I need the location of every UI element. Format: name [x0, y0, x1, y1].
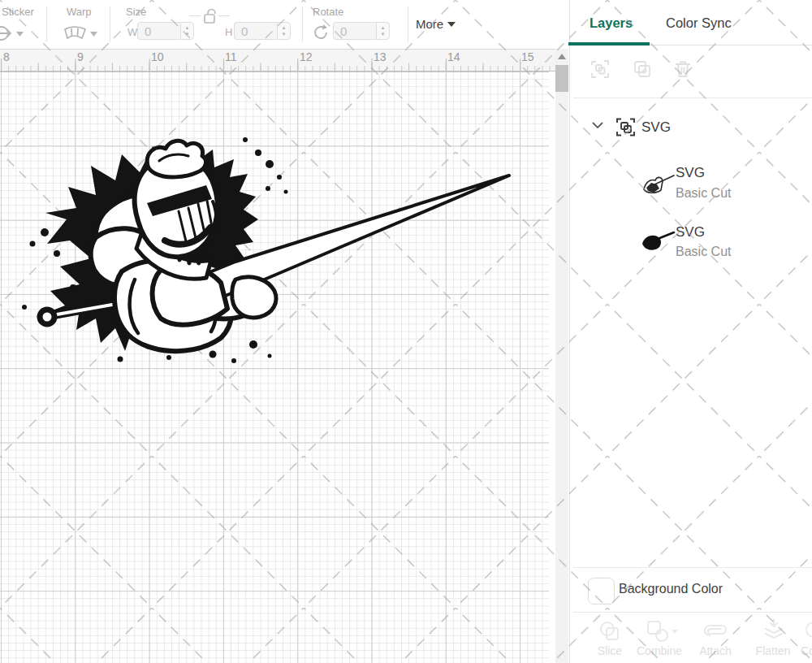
group-name-label[interactable]: SVG: [641, 119, 671, 136]
attach-button[interactable]: Attach: [683, 644, 748, 657]
plume: [147, 141, 205, 177]
tab-color-sync[interactable]: Color Sync: [666, 15, 732, 31]
combine-icon[interactable]: [646, 620, 680, 643]
design-editor-window: 8 9 10 11 12 13 14 15 Sticker Warp Size …: [0, 0, 812, 663]
knight-artwork[interactable]: [0, 0, 555, 663]
svg-group-icon[interactable]: [615, 116, 637, 138]
group-layers-icon[interactable]: [590, 59, 610, 79]
layer-cut-type: Basic Cut: [676, 186, 731, 201]
duplicate-layer-icon[interactable]: [633, 59, 652, 79]
slice-icon[interactable]: [598, 620, 621, 643]
panel-divider: [573, 567, 812, 568]
vertical-scrollbar-thumb[interactable]: [555, 65, 568, 92]
combine-button[interactable]: Combine: [627, 644, 692, 657]
panel-divider: [573, 98, 812, 98]
contour-icon-partial[interactable]: [802, 620, 812, 643]
tabbar-bottom-border: [650, 45, 812, 46]
background-color-label: Background Color: [619, 582, 723, 596]
layer-name: SVG: [676, 165, 705, 181]
layer-thumbnail-solid: [638, 228, 676, 257]
tab-layers[interactable]: Layers: [590, 15, 633, 31]
layer-cut-type: Basic Cut: [676, 245, 731, 259]
flatten-icon[interactable]: [762, 618, 786, 642]
background-color-swatch[interactable]: [588, 578, 615, 604]
scrollbar-up-arrow-icon[interactable]: [558, 54, 566, 59]
panel-divider: [573, 612, 812, 613]
delete-layer-trash-icon[interactable]: [673, 59, 693, 79]
vertical-scrollbar-track[interactable]: [555, 49, 568, 663]
panel-left-border: [569, 0, 570, 663]
layer-thumbnail-outline: [638, 168, 676, 197]
flatten-button[interactable]: Flatten: [741, 644, 806, 657]
layer-name: SVG: [676, 224, 705, 240]
attach-paperclip-icon[interactable]: [702, 622, 730, 640]
gauntlet: [232, 277, 276, 318]
contour-button[interactable]: Contour: [801, 644, 812, 657]
chevron-down-icon[interactable]: [591, 120, 604, 130]
active-tab-underline: [568, 42, 650, 46]
